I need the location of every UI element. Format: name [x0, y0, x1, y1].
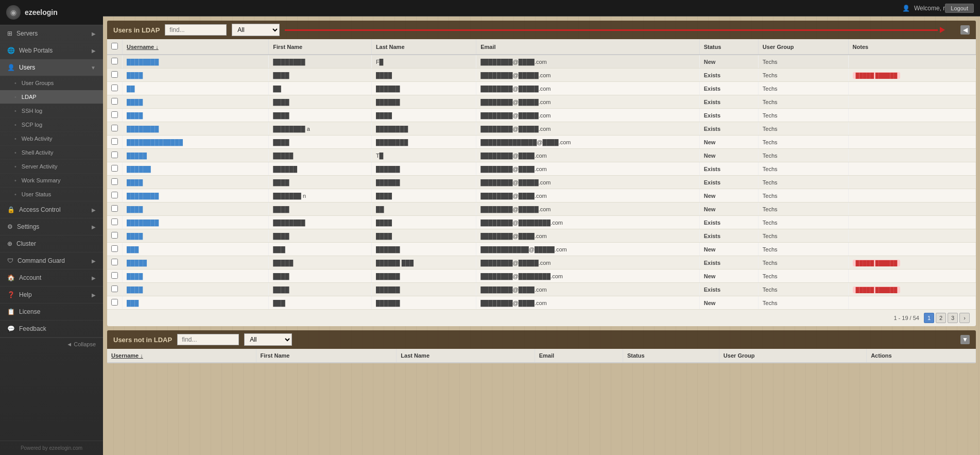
row-checkbox[interactable]	[111, 138, 118, 145]
select-all-header	[107, 39, 123, 55]
row-checkbox[interactable]	[111, 151, 118, 158]
ssh-log-label: SSH log	[22, 108, 42, 114]
section-toggle-button[interactable]: ◀	[960, 25, 970, 35]
row-notes: █████ ██████	[848, 256, 975, 269]
not-ldap-table: Username ↓ First Name Last Name Email St…	[107, 349, 976, 363]
sidebar-sub-ldap[interactable]: LDAP	[0, 90, 103, 104]
row-notes	[848, 216, 975, 229]
table-row: █████ █████ ██████ ███ ████████@█████.co…	[107, 256, 976, 269]
row-firstname: ████████	[269, 55, 372, 69]
row-lastname: T█	[371, 149, 476, 162]
sidebar-sub-work-summary[interactable]: Work Summary	[0, 174, 103, 188]
sidebar-sub-user-status[interactable]: User Status	[0, 188, 103, 201]
select-all-checkbox[interactable]	[111, 43, 118, 49]
username-sort[interactable]: Username ↓	[127, 44, 159, 50]
nl-usergroup-col-header: User Group	[719, 349, 866, 363]
row-checkbox[interactable]	[111, 178, 118, 185]
row-usergroup: Techs	[758, 296, 848, 310]
row-lastname: ██████	[371, 296, 476, 310]
sidebar-sub-scp-log[interactable]: SCP log	[0, 118, 103, 132]
row-usergroup: Techs	[758, 203, 848, 216]
logout-button[interactable]: Logout	[945, 4, 974, 13]
row-checkbox[interactable]	[111, 218, 118, 225]
row-checkbox[interactable]	[111, 285, 118, 292]
sidebar-sub-shell-activity[interactable]: Shell Activity	[0, 146, 103, 160]
row-lastname: ████	[371, 216, 476, 229]
row-checkbox[interactable]	[111, 111, 118, 118]
row-firstname: ███████ n	[269, 189, 372, 203]
not-ldap-section-toggle[interactable]: ▼	[960, 335, 970, 344]
page-btn-3[interactable]: 3	[948, 313, 958, 323]
ldap-filter-select[interactable]: All Username First Name Last Name Email	[232, 24, 280, 36]
help-arrow: ▶	[92, 292, 96, 298]
row-username: ████	[123, 229, 269, 243]
row-firstname: █████	[269, 149, 372, 162]
username-col-header[interactable]: Username ↓	[123, 39, 269, 55]
sidebar-sub-server-activity[interactable]: Server Activity	[0, 160, 103, 174]
row-status: New	[699, 136, 758, 149]
row-checkbox[interactable]	[111, 98, 118, 105]
row-usergroup: Techs	[758, 55, 848, 69]
sidebar-item-cluster[interactable]: ⊕ Cluster	[0, 235, 103, 252]
row-usergroup: Techs	[758, 95, 848, 109]
row-checkbox[interactable]	[111, 299, 118, 306]
sidebar-item-account[interactable]: 🏠 Account ▶	[0, 269, 103, 287]
sidebar-item-settings[interactable]: ⚙ Settings ▶	[0, 218, 103, 235]
sidebar-item-servers[interactable]: ⊞ Servers ▶	[0, 25, 103, 42]
row-checkbox[interactable]	[111, 125, 118, 131]
row-lastname: ████	[371, 189, 476, 203]
sidebar-sub-ssh-log[interactable]: SSH log	[0, 104, 103, 118]
access-control-arrow: ▶	[92, 207, 96, 213]
row-username: ████	[123, 109, 269, 122]
web-portals-arrow: ▶	[92, 48, 96, 54]
sidebar-item-license[interactable]: 📋 License	[0, 304, 103, 321]
row-checkbox[interactable]	[111, 192, 118, 198]
collapse-button[interactable]: ◄ Collapse	[0, 338, 103, 350]
page-btn-1[interactable]: 1	[924, 313, 934, 323]
ldap-pagination: 1 - 19 / 54 1 2 3 ›	[107, 310, 976, 326]
page-btn-next[interactable]: ›	[959, 313, 970, 323]
table-row: ████ ████ ██████ ████████@█████.com Exis…	[107, 176, 976, 189]
page-btn-2[interactable]: 2	[936, 313, 946, 323]
feedback-icon: 💬	[7, 325, 15, 332]
not-ldap-filter-input[interactable]	[177, 334, 239, 345]
servers-arrow: ▶	[92, 31, 96, 37]
row-checkbox[interactable]	[111, 272, 118, 279]
row-lastname: ████████	[371, 136, 476, 149]
row-usergroup: Techs	[758, 269, 848, 283]
sidebar-sub-user-groups[interactable]: User Groups	[0, 76, 103, 90]
ldap-filter-input[interactable]	[165, 24, 227, 36]
nl-firstname-col-header: First Name	[256, 349, 397, 363]
sidebar-item-help[interactable]: ❓ Help ▶	[0, 287, 103, 304]
sidebar-item-web-portals[interactable]: 🌐 Web Portals ▶	[0, 42, 103, 59]
nl-username-sort[interactable]: Username ↓	[111, 352, 143, 359]
row-status: Exists	[699, 176, 758, 189]
sidebar-sub-web-activity[interactable]: Web Activity	[0, 132, 103, 146]
not-ldap-filter-select[interactable]: All Username First Name Last Name Email	[244, 333, 292, 346]
row-checkbox-cell	[107, 149, 123, 162]
sidebar-item-feedback[interactable]: 💬 Feedback	[0, 321, 103, 338]
row-username: ████████	[123, 216, 269, 229]
row-checkbox[interactable]	[111, 85, 118, 91]
row-checkbox[interactable]	[111, 245, 118, 252]
sidebar-item-command-guard[interactable]: 🛡 Command Guard ▶	[0, 252, 103, 269]
row-status: Exists	[699, 216, 758, 229]
sidebar-label-command-guard: Command Guard	[18, 257, 65, 264]
sidebar-item-access-control[interactable]: 🔒 Access Control ▶	[0, 201, 103, 218]
work-summary-label: Work Summary	[22, 177, 61, 183]
sidebar: ◉ ezeelogin ⊞ Servers ▶ 🌐 Web Portals ▶ …	[0, 0, 103, 455]
row-checkbox[interactable]	[111, 232, 118, 239]
row-checkbox[interactable]	[111, 71, 118, 78]
row-checkbox[interactable]	[111, 58, 118, 64]
row-usergroup: Techs	[758, 256, 848, 269]
row-checkbox[interactable]	[111, 205, 118, 212]
nl-username-col-header[interactable]: Username ↓	[107, 349, 256, 363]
ldap-table-wrapper: Username ↓ First Name Last Name Email St…	[107, 39, 976, 310]
row-checkbox[interactable]	[111, 259, 118, 265]
sidebar-item-users[interactable]: 👤 Users ▼	[0, 59, 103, 76]
row-checkbox[interactable]	[111, 165, 118, 172]
command-guard-arrow: ▶	[92, 258, 96, 264]
nl-email-col-header: Email	[535, 349, 623, 363]
row-checkbox-cell	[107, 269, 123, 283]
table-row: ███ ███ ██████ ████████████@█████.com Ne…	[107, 243, 976, 256]
